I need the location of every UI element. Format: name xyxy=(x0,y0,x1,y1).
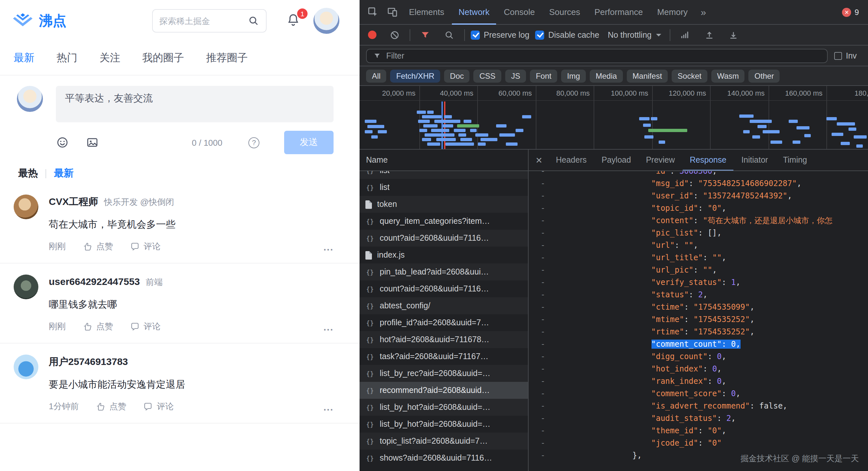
chip-other[interactable]: Other xyxy=(749,69,780,82)
request-row[interactable]: list_by_hot?aid=2608&uuid=… xyxy=(360,416,528,433)
like-button[interactable]: 点赞 xyxy=(83,321,113,332)
fold-marker[interactable]: - xyxy=(529,437,557,449)
chip-wasm[interactable]: Wasm xyxy=(711,69,745,82)
chip-all[interactable]: All xyxy=(366,69,386,82)
fold-marker[interactable]: - xyxy=(529,314,557,326)
request-row-selected[interactable]: recommend?aid=2608&uuid… xyxy=(360,382,528,399)
request-row[interactable]: shows?aid=2608&uuid=7116… xyxy=(360,449,528,466)
request-row[interactable]: pin_tab_lead?aid=2608&uui… xyxy=(360,263,528,281)
request-row[interactable]: count?aid=2608&uuid=7116… xyxy=(360,230,528,246)
fold-marker[interactable]: - xyxy=(529,227,557,239)
export-har-button[interactable] xyxy=(724,26,743,43)
fold-marker[interactable]: - xyxy=(529,363,557,375)
chip-doc[interactable]: Doc xyxy=(444,69,470,82)
request-row[interactable]: abtest_config/ xyxy=(360,297,528,314)
composer-input[interactable]: 平等表达，友善交流 xyxy=(56,86,334,122)
disable-cache-checkbox[interactable]: Disable cache xyxy=(535,30,599,39)
nav-tab-latest[interactable]: 最新 xyxy=(14,51,34,65)
nav-tab-my-circles[interactable]: 我的圈子 xyxy=(143,51,184,65)
tab-console[interactable]: Console xyxy=(497,0,541,24)
inspect-element-button[interactable] xyxy=(364,4,382,21)
request-row[interactable]: query_item_categories?item… xyxy=(360,213,528,230)
more-tabs-button[interactable]: » xyxy=(695,6,711,18)
chip-media[interactable]: Media xyxy=(590,69,623,82)
tab-elements[interactable]: Elements xyxy=(402,0,451,24)
response-viewer[interactable]: ------------------------ "id": 3068560, … xyxy=(529,171,868,471)
search-box[interactable] xyxy=(152,9,267,32)
post-more-button[interactable]: ... xyxy=(323,401,334,412)
post-author-avatar[interactable] xyxy=(14,355,38,379)
help-icon[interactable]: ? xyxy=(248,137,259,148)
throttling-select[interactable]: No throttling xyxy=(605,30,664,39)
search-input[interactable] xyxy=(159,16,244,26)
invert-filter-checkbox[interactable]: Inv xyxy=(834,51,862,60)
request-row[interactable]: index.js xyxy=(360,246,528,263)
user-avatar[interactable] xyxy=(313,8,339,34)
chip-fetch-xhr[interactable]: Fetch/XHR xyxy=(391,69,440,82)
filter-field[interactable] xyxy=(366,49,828,63)
comment-button[interactable]: 评论 xyxy=(130,241,161,253)
sort-hot-button[interactable]: 最热 xyxy=(18,167,38,180)
waterfall-overview[interactable]: 20,000 ms40,000 ms60,000 ms80,000 ms100,… xyxy=(360,86,868,150)
search-icon[interactable] xyxy=(248,15,259,27)
nav-tab-recommended-circles[interactable]: 推荐圈子 xyxy=(206,51,248,65)
network-conditions-button[interactable] xyxy=(676,26,694,43)
request-row[interactable]: list_by_hot?aid=2608&uuid=… xyxy=(360,399,528,416)
fold-marker[interactable]: - xyxy=(529,264,557,276)
comment-button[interactable]: 评论 xyxy=(143,401,174,412)
tab-performance[interactable]: Performance xyxy=(588,0,650,24)
fold-marker[interactable]: - xyxy=(529,289,557,301)
fold-marker[interactable]: - xyxy=(529,276,557,289)
chip-img[interactable]: Img xyxy=(561,69,586,82)
console-error-badge[interactable]: 9 xyxy=(842,7,859,17)
image-upload-icon[interactable] xyxy=(86,136,99,149)
detail-tab-preview[interactable]: Preview xyxy=(639,150,682,171)
fold-marker[interactable]: - xyxy=(529,239,557,252)
detail-tab-initiator[interactable]: Initiator xyxy=(734,150,775,171)
fold-marker[interactable]: - xyxy=(529,301,557,314)
fold-marker[interactable]: - xyxy=(529,351,557,363)
request-row[interactable]: profile_id?aid=2608&uuid=7… xyxy=(360,314,528,331)
emoji-icon[interactable] xyxy=(56,136,69,149)
tab-memory[interactable]: Memory xyxy=(651,0,694,24)
detail-tab-payload[interactable]: Payload xyxy=(595,150,638,171)
chip-js[interactable]: JS xyxy=(505,69,526,82)
fold-marker[interactable]: - xyxy=(529,425,557,437)
send-button[interactable]: 发送 xyxy=(284,131,334,154)
chip-css[interactable]: CSS xyxy=(474,69,501,82)
fold-marker[interactable]: - xyxy=(529,178,557,190)
post-more-button[interactable]: ... xyxy=(323,321,334,332)
close-detail-button[interactable]: ✕ xyxy=(530,155,548,165)
fold-marker[interactable]: - xyxy=(529,190,557,202)
fold-marker[interactable]: - xyxy=(529,171,557,178)
filter-input[interactable] xyxy=(386,51,820,60)
request-row[interactable]: topic_list?aid=2608&uuid=7… xyxy=(360,433,528,449)
request-row[interactable]: list xyxy=(360,179,528,196)
post-author-avatar[interactable] xyxy=(14,274,38,299)
request-row[interactable]: hot?aid=2608&uuid=711678… xyxy=(360,331,528,348)
requests-name-header[interactable]: Name xyxy=(360,150,528,171)
fold-marker[interactable]: - xyxy=(529,326,557,338)
request-row[interactable]: list_by_rec?aid=2608&uuid=… xyxy=(360,365,528,382)
request-row[interactable]: list xyxy=(360,171,528,179)
notifications-button[interactable]: 1 xyxy=(286,13,302,29)
clear-button[interactable] xyxy=(385,26,404,43)
detail-tab-response[interactable]: Response xyxy=(683,150,734,171)
fold-marker[interactable]: - xyxy=(529,215,557,227)
fold-marker[interactable]: - xyxy=(529,202,557,215)
request-row[interactable]: token xyxy=(360,196,528,213)
fold-marker[interactable]: - xyxy=(529,338,557,351)
chip-manifest[interactable]: Manifest xyxy=(627,69,668,82)
fold-marker[interactable]: - xyxy=(529,400,557,412)
juejin-logo[interactable]: 沸点 xyxy=(13,12,66,30)
device-toolbar-button[interactable] xyxy=(383,4,401,21)
fold-marker[interactable]: - xyxy=(529,412,557,425)
nav-tab-hot[interactable]: 热门 xyxy=(57,51,78,65)
request-row[interactable]: count?aid=2608&uuid=7116… xyxy=(360,281,528,297)
post-more-button[interactable]: ... xyxy=(323,241,334,252)
post-author-avatar[interactable] xyxy=(14,195,38,219)
chip-font[interactable]: Font xyxy=(530,69,557,82)
import-har-button[interactable] xyxy=(700,26,718,43)
fold-marker[interactable]: - xyxy=(529,252,557,264)
comment-button[interactable]: 评论 xyxy=(130,321,161,332)
